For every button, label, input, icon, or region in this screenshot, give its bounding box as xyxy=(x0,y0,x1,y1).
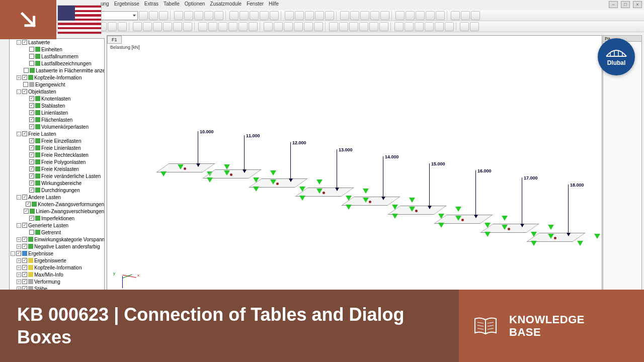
toolbar-button[interactable] xyxy=(329,22,338,31)
checkbox[interactable] xyxy=(29,110,34,115)
checkbox[interactable] xyxy=(29,159,34,164)
toolbar-button[interactable] xyxy=(264,22,273,31)
navigator-tree[interactable]: -LastwerteEinheitenLastfallnummernLastfa… xyxy=(9,38,105,325)
checkbox[interactable] xyxy=(29,47,34,52)
toolbar-button[interactable] xyxy=(460,22,469,31)
toolbar-button[interactable] xyxy=(370,11,379,20)
tree-item[interactable]: Freie Linienlasten xyxy=(10,144,104,151)
toolbar-button[interactable] xyxy=(426,11,435,20)
checkbox[interactable] xyxy=(22,223,27,228)
checkbox[interactable] xyxy=(22,258,27,263)
toolbar-button[interactable] xyxy=(445,22,454,31)
menu-item[interactable]: Zusatzmodule xyxy=(210,1,242,9)
viewport-tab[interactable]: F1 xyxy=(107,36,122,44)
toolbar-button[interactable] xyxy=(350,11,359,20)
checkbox[interactable] xyxy=(22,75,27,80)
tree-item[interactable]: +Einwirkungskategorie Vorspannun xyxy=(10,236,104,243)
viewport[interactable]: F1 Belastung [kN] 10.00011.00012.00013.0… xyxy=(107,35,602,317)
toolbar-button[interactable] xyxy=(380,11,389,20)
checkbox[interactable] xyxy=(29,152,34,157)
toolbar-button[interactable] xyxy=(238,22,248,31)
tree-item[interactable]: Getrennt xyxy=(10,229,104,236)
toolbar-button[interactable] xyxy=(436,11,445,20)
tree-item[interactable]: -Freie Lasten xyxy=(10,130,104,137)
checkbox[interactable] xyxy=(24,209,29,214)
toolbar-button[interactable] xyxy=(339,22,348,31)
checkbox[interactable] xyxy=(22,89,27,94)
checkbox[interactable] xyxy=(29,180,34,186)
expand-icon[interactable]: + xyxy=(17,75,21,80)
checkbox[interactable] xyxy=(29,138,34,143)
tree-item[interactable]: Lastfallbezeichnungen xyxy=(10,60,104,67)
tree-item[interactable]: Volumenkörperlasten xyxy=(10,123,104,130)
maximize-button[interactable]: □ xyxy=(621,1,630,8)
expand-icon[interactable]: - xyxy=(17,89,21,94)
expand-icon[interactable]: + xyxy=(17,258,21,263)
tree-item[interactable]: Freie Polygonlasten xyxy=(10,158,104,165)
toolbar-button[interactable] xyxy=(435,22,444,31)
toolbar-button[interactable] xyxy=(163,22,172,31)
menu-item[interactable]: Hilfe xyxy=(269,1,279,9)
menu-item[interactable]: Tabelle xyxy=(164,1,180,9)
tree-item[interactable]: Freie Kreislasten xyxy=(10,165,104,172)
minimize-button[interactable]: – xyxy=(609,1,618,8)
close-button[interactable]: × xyxy=(633,1,642,8)
toolbar-button[interactable] xyxy=(340,11,349,20)
toolbar-button[interactable] xyxy=(406,11,415,20)
expand-icon[interactable]: - xyxy=(17,132,21,136)
tree-item[interactable]: Flächenlasten xyxy=(10,116,104,123)
checkbox[interactable] xyxy=(22,237,27,242)
toolbar-button[interactable] xyxy=(250,11,259,20)
toolbar-button[interactable] xyxy=(153,22,162,31)
toolbar-button[interactable] xyxy=(285,11,294,20)
checkbox[interactable] xyxy=(29,54,34,59)
toolbar-button[interactable] xyxy=(183,22,192,31)
tree-item[interactable]: +Verformung xyxy=(10,278,104,285)
toolbar-button[interactable] xyxy=(239,11,249,20)
checkbox[interactable] xyxy=(29,61,34,66)
tree-item[interactable]: Linien-Zwangsverschiebungen xyxy=(10,208,104,215)
toolbar-button[interactable] xyxy=(325,11,334,20)
toolbar-button[interactable] xyxy=(405,22,414,31)
toolbar-button[interactable] xyxy=(149,11,158,20)
expand-icon[interactable]: - xyxy=(11,251,15,256)
checkbox[interactable] xyxy=(29,173,34,178)
toolbar-button[interactable] xyxy=(395,11,405,20)
toolbar-button[interactable] xyxy=(315,11,324,20)
toolbar-button[interactable] xyxy=(229,11,238,20)
toolbar-button[interactable] xyxy=(284,22,293,31)
toolbar-button[interactable] xyxy=(274,22,283,31)
toolbar-button[interactable] xyxy=(173,22,182,31)
tree-item[interactable]: +Ergebniswerte xyxy=(10,257,104,264)
checkbox[interactable] xyxy=(29,230,34,235)
checkbox[interactable] xyxy=(29,117,34,122)
toolbar-button[interactable] xyxy=(304,22,313,31)
checkbox[interactable] xyxy=(22,265,27,270)
toolbar-button[interactable] xyxy=(294,22,303,31)
tree-item[interactable]: -Objektlasten xyxy=(10,88,104,95)
toolbar-button[interactable] xyxy=(198,22,207,31)
tree-item[interactable]: +Max/Min-Info xyxy=(10,271,104,278)
tree-item[interactable]: Knotenlasten xyxy=(10,95,104,102)
expand-icon[interactable]: + xyxy=(17,280,21,284)
expand-icon[interactable]: + xyxy=(17,237,21,242)
checkbox[interactable] xyxy=(29,216,34,221)
expand-icon[interactable]: - xyxy=(17,223,21,228)
tree-item[interactable]: -Ergebnisse xyxy=(10,250,104,257)
toolbar-button[interactable] xyxy=(139,11,148,20)
checkbox[interactable] xyxy=(22,272,27,277)
checkbox[interactable] xyxy=(22,131,27,136)
checkbox[interactable] xyxy=(22,244,27,249)
toolbar-button[interactable] xyxy=(208,22,217,31)
toolbar-button[interactable] xyxy=(425,22,434,31)
menu-item[interactable]: Fenster xyxy=(247,1,264,9)
checkbox[interactable] xyxy=(29,188,34,193)
toolbar-button[interactable] xyxy=(349,22,358,31)
toolbar-button[interactable] xyxy=(204,11,213,20)
toolbar-button[interactable] xyxy=(218,22,227,31)
tree-item[interactable]: Wirkungsbereiche xyxy=(10,179,104,187)
checkbox[interactable] xyxy=(22,40,27,45)
checkbox[interactable] xyxy=(23,82,28,87)
tree-item[interactable]: Lastwerte in Flächenmitte anze xyxy=(10,67,104,74)
menu-item[interactable]: Extras xyxy=(144,1,158,9)
